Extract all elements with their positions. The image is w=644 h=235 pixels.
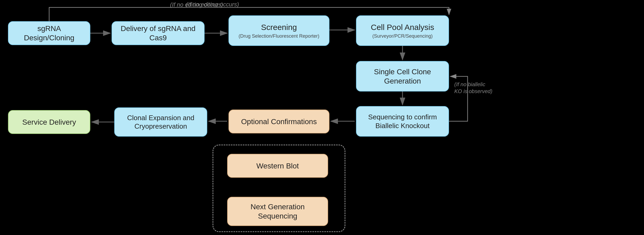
if-no-biallelic-text: (If no biallelicKO is observed) — [454, 81, 503, 95]
clonal-expansion-node: Clonal Expansion and Cryopreservation — [114, 107, 207, 137]
optional-confirmations-node: Optional Confirmations — [228, 110, 329, 133]
screening-node: Screening (Drug Selection/Fluorescent Re… — [228, 15, 329, 46]
delivery-node: Delivery of sgRNA and Cas9 — [112, 21, 205, 45]
western-blot-node: Western Blot — [227, 154, 328, 178]
diagram-container: (If no editing occurs) sgRNA Design/Clon… — [0, 0, 644, 235]
sgrna-design-node: sgRNA Design/Cloning — [8, 21, 90, 45]
single-cell-node: Single Cell Clone Generation — [356, 61, 449, 92]
ngs-node: Next Generation Sequencing — [227, 197, 328, 226]
if-no-editing-text: (If no editing occurs) — [170, 1, 223, 8]
service-delivery-node: Service Delivery — [8, 110, 90, 134]
cell-pool-node: Cell Pool Analysis (Surveyor/PCR/Sequenc… — [356, 15, 449, 46]
sequencing-node: Sequencing to confirm Biallelic Knockout — [356, 106, 449, 137]
